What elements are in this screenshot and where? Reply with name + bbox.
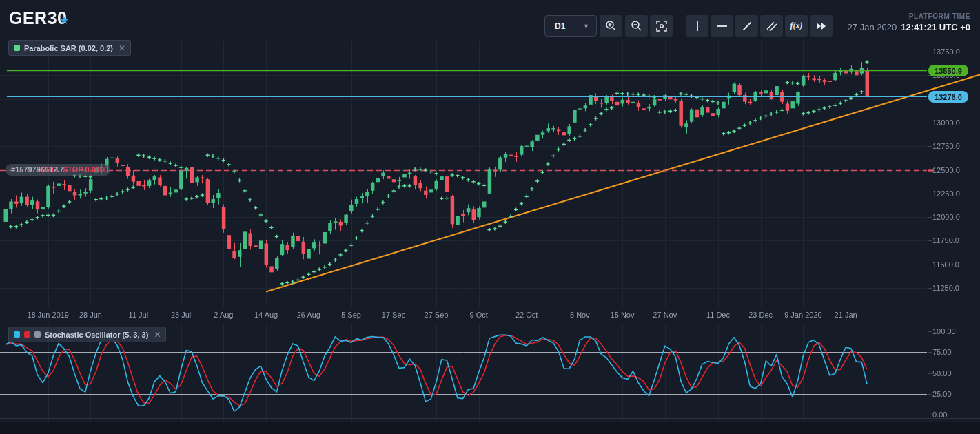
horizontal-line-icon bbox=[717, 21, 728, 32]
date-axis-label: 22 Oct bbox=[515, 311, 538, 319]
date-axis-label: 17 Sep bbox=[382, 311, 406, 319]
trading-platform-window: GER30 ★ Parabolic SAR (0.02, 0.2) ✕ D1 ▼… bbox=[0, 0, 980, 434]
price-axis-label: 11250.0 bbox=[932, 284, 959, 292]
date-axis-label: 28 Jun bbox=[79, 311, 102, 319]
order-type-text: SELL STOP 0.0100 bbox=[41, 165, 108, 174]
parallel-channel-tool-button[interactable] bbox=[760, 15, 783, 37]
price-axis-label: 12750.0 bbox=[932, 142, 960, 150]
price-axis-label: 12000.0 bbox=[932, 213, 960, 221]
function-icon: f(x) bbox=[790, 21, 803, 31]
price-axis-label: 12500.0 bbox=[932, 166, 960, 174]
indicator-label: Stochastic Oscillator (5, 3, 3) bbox=[45, 331, 148, 339]
zoom-in-button[interactable] bbox=[600, 15, 622, 37]
date-axis-label: 5 Sep bbox=[341, 311, 361, 319]
zoom-out-button[interactable] bbox=[625, 15, 648, 37]
indicator-pill-stochastic[interactable]: Stochastic Oscillator (5, 3, 3) ✕ bbox=[8, 327, 166, 342]
close-icon[interactable]: ✕ bbox=[154, 330, 161, 340]
parallel-lines-icon bbox=[766, 21, 777, 32]
indicator-swatch-icon bbox=[14, 45, 20, 51]
close-icon[interactable]: ✕ bbox=[119, 43, 125, 53]
resistance-price-badge: 13550.9 bbox=[928, 65, 968, 76]
date-axis-label: 21 Jan bbox=[835, 311, 857, 319]
chart-canvas[interactable] bbox=[0, 0, 980, 434]
date-axis-label: 23 Jul bbox=[171, 311, 191, 319]
platform-date: 27 Jan 2020 bbox=[848, 22, 897, 32]
order-line-label[interactable]: #1579796612.7 SELL STOP 0.0100 bbox=[6, 164, 110, 176]
zoom-out-icon bbox=[631, 20, 642, 32]
vertical-line-tool-button[interactable] bbox=[686, 15, 708, 37]
date-axis-label: 27 Nov bbox=[653, 311, 677, 319]
stoch-axis-label: 100.00 bbox=[932, 327, 956, 335]
horizontal-line-tool-button[interactable] bbox=[711, 15, 733, 37]
vertical-line-icon bbox=[692, 21, 703, 32]
indicator-pill-parabolic-sar[interactable]: Parabolic SAR (0.02, 0.2) ✕ bbox=[8, 40, 131, 56]
trend-line-icon bbox=[742, 21, 753, 32]
stoch-extra-swatch-icon bbox=[34, 331, 41, 338]
chevron-down-icon: ▼ bbox=[583, 23, 589, 30]
date-axis-label: 2 Aug bbox=[214, 311, 233, 319]
date-axis-label: 23 Dec bbox=[748, 311, 773, 319]
stoch-axis-label: 0.00 bbox=[932, 411, 947, 419]
platform-time-label: PLATFORM TIME bbox=[848, 12, 970, 20]
timeframe-value: D1 bbox=[555, 21, 565, 31]
date-axis-label: 5 Nov bbox=[570, 311, 590, 319]
price-axis-label: 13000.0 bbox=[932, 118, 960, 127]
platform-datetime: 27 Jan 202012:41:21 UTC +0 bbox=[848, 22, 970, 32]
current-price-badge: 13276.0 bbox=[928, 91, 968, 103]
stoch-k-swatch-icon bbox=[14, 331, 20, 338]
zoom-in-icon bbox=[605, 20, 617, 32]
price-axis-label: 13750.0 bbox=[932, 48, 960, 56]
date-axis-label: 14 Aug bbox=[254, 311, 278, 319]
stoch-axis-label: 75.00 bbox=[932, 348, 952, 356]
date-axis-label: 27 Sep bbox=[425, 311, 449, 319]
function-tool-button[interactable]: f(x) bbox=[785, 15, 808, 37]
favorite-star-icon[interactable]: ★ bbox=[59, 14, 69, 27]
date-axis-label: 9 Oct bbox=[470, 311, 488, 319]
price-axis-label: 11500.0 bbox=[932, 260, 959, 269]
trend-line-tool-button[interactable] bbox=[735, 15, 758, 37]
price-axis-label: 12250.0 bbox=[932, 189, 960, 198]
date-axis-label: 11 Jul bbox=[129, 311, 149, 319]
date-axis-label: 9 Jan 2020 bbox=[784, 311, 821, 319]
date-axis-label: 11 Dec bbox=[706, 311, 730, 319]
crosshair-button[interactable] bbox=[650, 15, 673, 37]
platform-clock: 12:41:21 UTC +0 bbox=[901, 22, 970, 32]
symbol-title: GER30 bbox=[9, 8, 67, 28]
fast-forward-button[interactable] bbox=[810, 15, 833, 37]
date-axis-label: 26 Aug bbox=[297, 311, 320, 319]
price-axis-label: 11750.0 bbox=[932, 236, 959, 245]
platform-time-block: PLATFORM TIME 27 Jan 202012:41:21 UTC +0 bbox=[848, 12, 970, 32]
stoch-axis-label: 50.00 bbox=[932, 369, 952, 378]
stoch-d-swatch-icon bbox=[24, 331, 30, 338]
timeframe-dropdown[interactable]: D1 ▼ bbox=[544, 15, 597, 37]
indicator-label: Parabolic SAR (0.02, 0.2) bbox=[24, 44, 113, 52]
date-axis-label: 18 Jun 2019 bbox=[27, 311, 69, 319]
fast-forward-icon bbox=[816, 22, 827, 30]
date-axis-label: 15 Nov bbox=[611, 311, 635, 319]
crosshair-icon bbox=[656, 21, 667, 32]
stoch-axis-label: 25.00 bbox=[932, 390, 952, 398]
